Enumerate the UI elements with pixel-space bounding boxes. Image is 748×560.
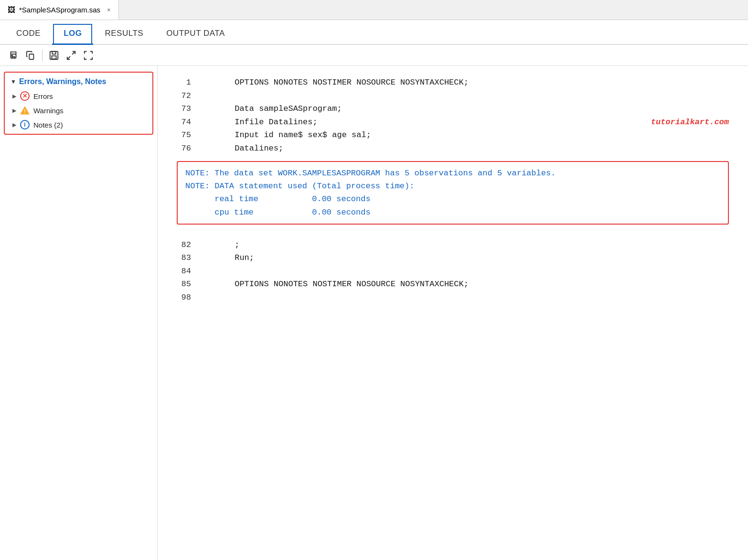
line-number: 76 [177, 142, 205, 155]
code-line-73: 73 Data sampleSASprogram; [177, 103, 729, 115]
note-line-3: real time 0.00 seconds [185, 193, 720, 205]
code-line-85: 85 OPTIONS NONOTES NOSTIMER NOSOURCE NOS… [177, 278, 729, 291]
warnings-label: Warnings [33, 107, 64, 115]
line-number: 84 [177, 265, 205, 278]
file-icon: 🖼 [8, 6, 15, 14]
notes-expand-icon: ▶ [12, 122, 16, 128]
errors-label: Errors [33, 92, 53, 100]
tab-close-button[interactable]: × [107, 6, 111, 13]
line-code [205, 90, 729, 102]
file-tab-label: *SampleSASprogram.sas [19, 6, 100, 14]
tab-log[interactable]: LOG [52, 23, 93, 44]
line-code: Infile Datalines; [205, 116, 641, 129]
notes-label: Notes (2) [33, 121, 63, 129]
code-line-84: 84 [177, 265, 729, 278]
line-number: 85 [177, 278, 205, 291]
svg-line-7 [67, 56, 70, 59]
svg-line-6 [72, 51, 75, 54]
content-area: 1 OPTIONS NONOTES NOSTIMER NOSOURCE NOSY… [158, 66, 748, 560]
main-layout: ▼ Errors, Warnings, Notes ▶ ✕ Errors ▶ !… [0, 66, 748, 560]
line-code: Input id name$ sex$ age sal; [205, 129, 729, 141]
spacer [177, 231, 729, 238]
line-number: 82 [177, 239, 205, 251]
code-line-83: 83 Run; [177, 252, 729, 264]
tutorialkart-watermark: tutorialkart.com [651, 116, 729, 129]
line-code: OPTIONS NONOTES NOSTIMER NOSOURCE NOSYNT… [205, 76, 729, 89]
errors-expand-icon: ▶ [12, 93, 16, 99]
note-line-2: NOTE: DATA statement used (Total process… [185, 180, 720, 193]
sidebar-item-errors[interactable]: ▶ ✕ Errors [5, 89, 152, 103]
note-box: NOTE: The data set WORK.SAMPLESASPROGRAM… [177, 161, 729, 225]
code-line-72: 72 [177, 90, 729, 102]
tab-output-data[interactable]: OUTPUT DATA [155, 23, 236, 44]
svg-rect-4 [52, 51, 55, 54]
code-line-76: 76 Datalines; [177, 142, 729, 155]
code-line-74: 74 Infile Datalines; tutorialkart.com [177, 116, 729, 129]
print-button[interactable] [6, 48, 21, 63]
tab-results[interactable]: RESULTS [93, 23, 155, 44]
line-code: OPTIONS NONOTES NOSTIMER NOSOURCE NOSYNT… [205, 278, 729, 291]
line-number: 83 [177, 252, 205, 264]
line-number: 74 [177, 116, 205, 129]
line-code: Data sampleSASprogram; [205, 103, 729, 115]
warning-icon: ! [20, 106, 30, 115]
toolbar [0, 45, 748, 66]
copy-button[interactable] [23, 48, 38, 63]
title-bar: 🖼 *SampleSASprogram.sas × [0, 0, 748, 20]
code-line-75: 75 Input id name$ sex$ age sal; [177, 129, 729, 141]
toolbar-divider [42, 50, 43, 61]
sidebar-section-header[interactable]: ▼ Errors, Warnings, Notes [5, 75, 152, 89]
errors-warnings-notes-panel: ▼ Errors, Warnings, Notes ▶ ✕ Errors ▶ !… [4, 72, 153, 135]
line-code: ; [205, 239, 729, 251]
expand-button[interactable] [64, 48, 79, 63]
svg-rect-5 [52, 55, 56, 58]
code-line-98: 98 [177, 291, 729, 304]
sidebar-item-notes[interactable]: ▶ i Notes (2) [5, 118, 152, 132]
line-code: Run; [205, 252, 729, 264]
info-icon: i [20, 120, 30, 129]
svg-rect-2 [29, 54, 33, 59]
code-line-1: 1 OPTIONS NONOTES NOSTIMER NOSOURCE NOSY… [177, 76, 729, 89]
fullscreen-button[interactable] [81, 48, 96, 63]
line-code [205, 291, 729, 304]
note-line-4: cpu time 0.00 seconds [185, 206, 720, 219]
line-number: 1 [177, 76, 205, 89]
line-number: 72 [177, 90, 205, 102]
nav-tabs: CODE LOG RESULTS OUTPUT DATA [0, 20, 748, 45]
line-code: Datalines; [205, 142, 729, 155]
save-button[interactable] [46, 48, 62, 63]
svg-rect-1 [11, 55, 12, 56]
svg-text:!: ! [24, 108, 26, 114]
file-tab[interactable]: 🖼 *SampleSASprogram.sas × [0, 0, 119, 20]
error-icon: ✕ [20, 91, 30, 101]
tab-code[interactable]: CODE [5, 23, 52, 44]
warnings-expand-icon: ▶ [12, 108, 16, 114]
section-arrow-icon: ▼ [11, 78, 16, 85]
line-code [205, 265, 729, 278]
line-number: 73 [177, 103, 205, 115]
sidebar-section-title: Errors, Warnings, Notes [19, 77, 107, 86]
note-line-1: NOTE: The data set WORK.SAMPLESASPROGRAM… [185, 167, 720, 180]
code-line-82: 82 ; [177, 239, 729, 251]
sidebar-item-warnings[interactable]: ▶ ! Warnings [5, 103, 152, 118]
line-number: 75 [177, 129, 205, 141]
sidebar: ▼ Errors, Warnings, Notes ▶ ✕ Errors ▶ !… [0, 66, 158, 560]
line-number: 98 [177, 291, 205, 304]
